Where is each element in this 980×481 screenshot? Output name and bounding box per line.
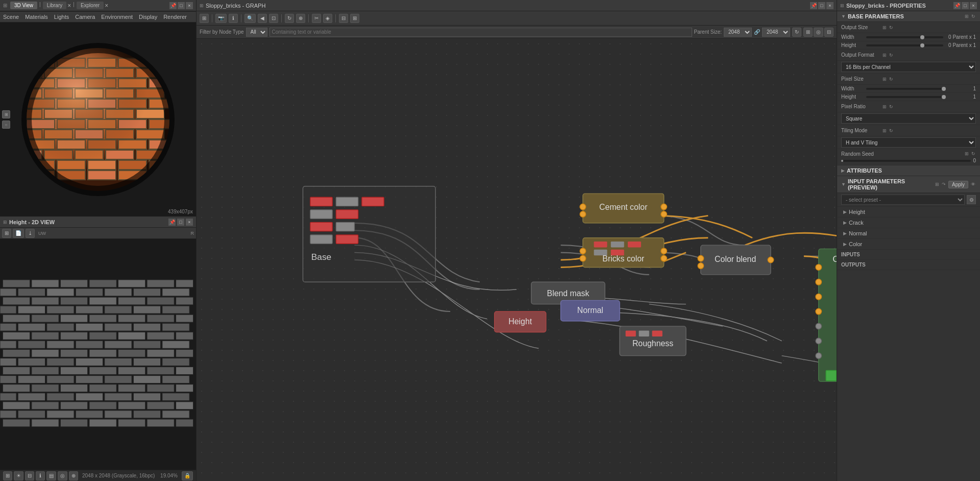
graph-tool-grid[interactable]: ⊞ bbox=[200, 14, 209, 23]
scene-menu-lights[interactable]: Lights bbox=[54, 14, 69, 20]
pixel-height-slider[interactable] bbox=[866, 96, 943, 98]
parent-size-select-h[interactable]: 2048 bbox=[762, 28, 790, 37]
graph-tool-right[interactable]: ⊡ bbox=[269, 14, 278, 23]
random-seed-thumb[interactable] bbox=[841, 160, 843, 162]
section-base-params-header[interactable]: ▼ BASE PARAMETERS ⊞ ↻ bbox=[837, 11, 980, 22]
status-bar-btn-5[interactable]: ▤ bbox=[46, 471, 56, 480]
graph-tool-rotate[interactable]: ↻ bbox=[285, 14, 294, 23]
status-bar-btn-6[interactable]: ◎ bbox=[58, 471, 67, 480]
output-format-icon-2[interactable]: ↻ bbox=[889, 52, 894, 58]
parent-size-select[interactable]: 2048 bbox=[724, 28, 752, 37]
svg-point-202 bbox=[661, 255, 667, 261]
graph-close-btn[interactable]: × bbox=[826, 2, 834, 9]
scene-menu-scene[interactable]: Scene bbox=[3, 14, 19, 20]
status-bar-btn-7[interactable]: ⊕ bbox=[69, 471, 78, 480]
tiling-mode-select[interactable]: H and V Tiling bbox=[841, 137, 976, 148]
input-param-color[interactable]: ▶ Color bbox=[837, 239, 980, 250]
close-library-tab[interactable]: × bbox=[67, 2, 71, 9]
graph-max-btn[interactable]: □ bbox=[818, 2, 825, 9]
filter-type-select[interactable]: All bbox=[246, 28, 267, 37]
graph-tool-misc[interactable]: ⊟ bbox=[339, 14, 348, 23]
pixel-width-thumb[interactable] bbox=[942, 87, 946, 91]
input-param-normal[interactable]: ▶ Normal bbox=[837, 228, 980, 239]
height-panel-dock[interactable]: 📌 bbox=[168, 219, 176, 226]
viewport-icon-1[interactable]: ⊞ bbox=[2, 110, 10, 118]
tab-3d-view[interactable]: 3D View bbox=[10, 2, 37, 9]
height-panel-close[interactable]: × bbox=[186, 219, 193, 226]
random-seed-icon-1[interactable]: ⊞ bbox=[964, 151, 969, 157]
output-format-select[interactable]: 16 Bits per Channel bbox=[841, 62, 976, 72]
graph-canvas[interactable]: Base Cement color bbox=[197, 39, 837, 481]
input-param-height[interactable]: ▶ Height bbox=[837, 207, 980, 218]
filter-text-input[interactable] bbox=[270, 28, 692, 37]
output-size-icon-1[interactable]: ⊞ bbox=[882, 25, 887, 31]
pixel-ratio-select[interactable]: Square bbox=[841, 113, 976, 124]
graph-view-btn-3[interactable]: ⊟ bbox=[824, 28, 834, 37]
scene-menu-display[interactable]: Display bbox=[139, 14, 157, 20]
input-params-icon-1[interactable]: ⊞ bbox=[935, 181, 940, 187]
height-tool-2[interactable]: 📄 bbox=[13, 229, 24, 238]
input-params-eye[interactable]: 👁 bbox=[970, 181, 976, 187]
pixel-height-thumb[interactable] bbox=[942, 95, 946, 99]
parent-size-reset[interactable]: ↻ bbox=[792, 28, 801, 37]
props-max-btn[interactable]: □ bbox=[962, 2, 969, 9]
status-bar-btn-2[interactable]: ☀ bbox=[14, 471, 23, 480]
graph-tool-camera[interactable]: 📷 bbox=[215, 14, 227, 23]
preset-select[interactable]: - select preset - bbox=[841, 195, 965, 205]
apply-button[interactable]: Apply bbox=[948, 181, 968, 188]
pixel-size-icon-2[interactable]: ↻ bbox=[889, 76, 894, 82]
output-height-slider[interactable] bbox=[866, 44, 943, 46]
scene-menu-materials[interactable]: Materials bbox=[25, 14, 48, 20]
output-format-icon-1[interactable]: ⊞ bbox=[882, 52, 887, 58]
scene-menu-camera[interactable]: Camera bbox=[75, 14, 95, 20]
output-size-icon-2[interactable]: ↻ bbox=[889, 25, 894, 31]
graph-tool-cut[interactable]: ✂ bbox=[312, 14, 321, 23]
scene-menu-renderer[interactable]: Renderer bbox=[163, 14, 187, 20]
input-param-crack[interactable]: ▶ Crack bbox=[837, 218, 980, 228]
close-explorer-tab[interactable]: × bbox=[105, 2, 108, 9]
output-width-slider[interactable] bbox=[866, 36, 943, 38]
pixel-width-slider[interactable] bbox=[866, 88, 943, 90]
props-pin-btn[interactable]: 📌 bbox=[953, 2, 961, 9]
viewport-icon-2[interactable]: ○ bbox=[2, 121, 10, 129]
graph-view-btn-2[interactable]: ◎ bbox=[814, 28, 823, 37]
section-input-params-header[interactable]: ▼ INPUT PARAMETERS (Preview) ⊞ ↷ Apply 👁 bbox=[837, 176, 980, 193]
status-bar-btn-1[interactable]: ⊞ bbox=[3, 471, 12, 480]
graph-view-btn-1[interactable]: ⊞ bbox=[803, 28, 813, 37]
section-attributes-header[interactable]: ▶ ATTRIBUTES bbox=[837, 165, 980, 176]
height-tool-3[interactable]: ⤓ bbox=[26, 229, 35, 238]
svg-rect-136 bbox=[60, 367, 87, 375]
close-window-btn[interactable]: × bbox=[186, 2, 193, 9]
graph-pin-btn[interactable]: 📌 bbox=[810, 2, 817, 9]
maximize-window-btn[interactable]: □ bbox=[178, 2, 185, 9]
pixel-ratio-icon-2[interactable]: ↻ bbox=[889, 104, 894, 110]
graph-tool-frame[interactable]: ◈ bbox=[323, 14, 332, 23]
graph-tool-misc2[interactable]: ⊞ bbox=[350, 14, 359, 23]
base-params-icon-2[interactable]: ↻ bbox=[971, 13, 976, 19]
output-width-thumb[interactable] bbox=[920, 35, 924, 39]
scene-menu-environment[interactable]: Environment bbox=[101, 14, 133, 20]
graph-tool-add[interactable]: ⊕ bbox=[296, 14, 305, 23]
height-tool-1[interactable]: ⊞ bbox=[2, 229, 11, 238]
height-panel-max[interactable]: □ bbox=[177, 219, 184, 226]
random-seed-icon-2[interactable]: ↻ bbox=[971, 151, 976, 157]
graph-tool-info[interactable]: ℹ bbox=[229, 14, 238, 23]
preset-gear-button[interactable]: ⚙ bbox=[967, 195, 976, 204]
lock-btn[interactable]: 🔒 bbox=[182, 471, 193, 480]
graph-tool-left[interactable]: ◀ bbox=[258, 14, 267, 23]
tab-library[interactable]: Library bbox=[43, 2, 67, 9]
tiling-mode-icon-2[interactable]: ↻ bbox=[889, 128, 894, 134]
props-close-btn[interactable]: × bbox=[970, 2, 977, 9]
status-bar-btn-4[interactable]: ℹ bbox=[36, 471, 45, 480]
pixel-ratio-icon-1[interactable]: ⊞ bbox=[882, 104, 887, 110]
tab-explorer[interactable]: Explorer bbox=[77, 2, 104, 9]
base-params-icon-1[interactable]: ⊞ bbox=[964, 13, 969, 19]
input-params-icon-2[interactable]: ↷ bbox=[941, 181, 946, 187]
pixel-size-icon-1[interactable]: ⊞ bbox=[882, 76, 887, 82]
pin-window-btn[interactable]: 📌 bbox=[169, 2, 177, 9]
tiling-mode-icon-1[interactable]: ⊞ bbox=[882, 128, 887, 134]
output-height-thumb[interactable] bbox=[920, 43, 924, 47]
graph-tool-zoom[interactable]: 🔍 bbox=[244, 14, 256, 23]
random-seed-slider[interactable] bbox=[841, 160, 971, 162]
status-bar-btn-3[interactable]: ⊟ bbox=[25, 471, 34, 480]
